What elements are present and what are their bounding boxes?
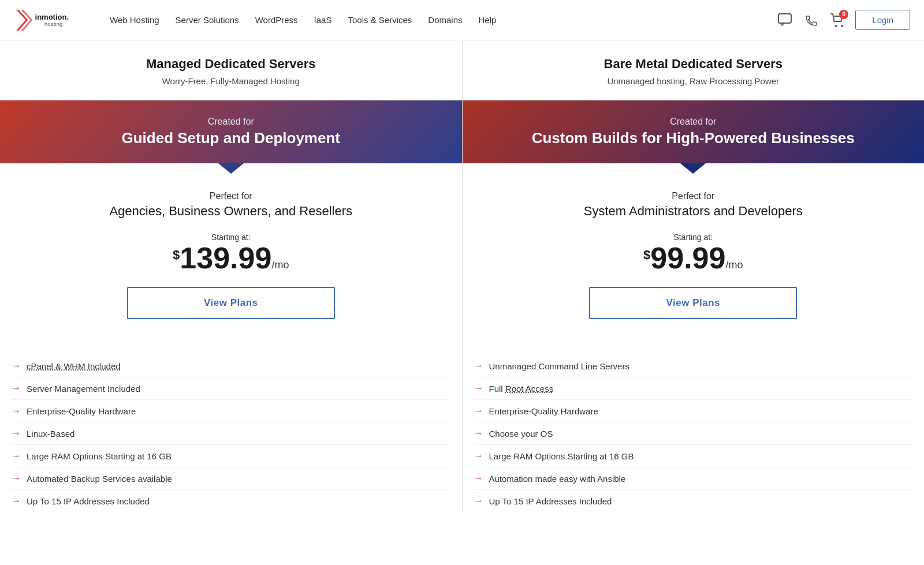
login-button[interactable]: Login [855, 10, 910, 30]
managed-server-title: Managed Dedicated Servers [23, 57, 439, 72]
bare-metal-perfect-for: Perfect for [486, 191, 901, 201]
managed-features-list: → cPanel & WHM Included → Server Managem… [0, 355, 462, 512]
arrow-right-icon: → [474, 473, 483, 484]
cart-badge: 0 [839, 10, 848, 19]
list-item: → Full Root Access [474, 377, 913, 400]
list-item: → Unmanaged Command Line Servers [474, 355, 913, 377]
list-item: → Up To 15 IP Addresses Included [474, 490, 913, 512]
bare-metal-price-mo: /mo [725, 259, 743, 271]
list-item: → Automated Backup Services available [12, 467, 450, 490]
feature-text: Automation made easy with Ansible [489, 474, 626, 484]
managed-arrow-shape [218, 163, 244, 174]
nav-domains[interactable]: Domains [428, 15, 462, 25]
feature-text: Enterprise-Quality Hardware [27, 406, 136, 416]
svg-point-7 [841, 25, 843, 27]
bare-metal-features-list: → Unmanaged Command Line Servers → Full … [463, 355, 925, 512]
bare-metal-view-plans-button[interactable]: View Plans [589, 287, 797, 319]
feature-text: Linux-Based [27, 429, 74, 439]
list-item: → Choose your OS [474, 422, 913, 445]
nav-tools-services[interactable]: Tools & Services [348, 15, 412, 25]
arrow-right-icon: → [474, 428, 483, 439]
feature-text: Up To 15 IP Addresses Included [27, 496, 150, 506]
list-item: → Up To 15 IP Addresses Included [12, 490, 450, 512]
arrow-right-icon: → [12, 383, 21, 394]
navigation: inmotion. hosting Web Hosting Server Sol… [0, 0, 924, 40]
list-item: → cPanel & WHM Included [12, 355, 450, 377]
managed-pricing: Perfect for Agencies, Business Owners, a… [0, 174, 462, 355]
arrow-right-icon: → [474, 451, 483, 461]
list-item: → Enterprise-Quality Hardware [12, 400, 450, 422]
bare-metal-banner-subtitle: Created for [486, 117, 901, 127]
list-item: → Large RAM Options Starting at 16 GB [12, 445, 450, 467]
feature-text: Unmanaged Command Line Servers [489, 361, 629, 371]
arrow-right-icon: → [12, 406, 21, 416]
managed-server-header: Managed Dedicated Servers Worry-Free, Fu… [0, 40, 462, 100]
bare-metal-arrow [463, 163, 925, 174]
svg-rect-4 [778, 14, 791, 23]
svg-marker-0 [16, 9, 28, 31]
arrow-right-icon: → [12, 451, 21, 461]
bare-metal-price-dollar: $ [643, 248, 650, 263]
logo[interactable]: inmotion. hosting [14, 6, 89, 35]
list-item: → Large RAM Options Starting at 16 GB [474, 445, 913, 467]
managed-price-row: $ 139.99 /mo [23, 243, 439, 273]
arrow-right-icon: → [474, 406, 483, 416]
main-content: Managed Dedicated Servers Worry-Free, Fu… [0, 40, 924, 512]
list-item: → Automation made easy with Ansible [474, 467, 913, 490]
nav-iaas[interactable]: IaaS [314, 15, 332, 25]
list-item: → Enterprise-Quality Hardware [474, 400, 913, 422]
cart-icon[interactable]: 0 [830, 12, 846, 28]
svg-point-6 [835, 25, 837, 27]
managed-banner-subtitle: Created for [23, 117, 439, 127]
nav-web-hosting[interactable]: Web Hosting [110, 15, 159, 25]
nav-wordpress[interactable]: WordPress [255, 15, 298, 25]
managed-perfect-for: Perfect for [23, 191, 439, 201]
list-item: → Linux-Based [12, 422, 450, 445]
feature-text: Large RAM Options Starting at 16 GB [489, 451, 634, 461]
bare-metal-starting-at: Starting at: [486, 233, 901, 242]
arrow-right-icon: → [12, 428, 21, 439]
managed-server-subtitle: Worry-Free, Fully-Managed Hosting [23, 76, 439, 86]
bare-metal-price-row: $ 99.99 /mo [486, 243, 901, 273]
managed-banner: Created for Guided Setup and Deployment [0, 100, 462, 163]
phone-icon[interactable] [803, 12, 819, 28]
arrow-right-icon: → [474, 383, 483, 394]
feature-text: Server Management Included [27, 384, 140, 394]
nav-links: Web Hosting Server Solutions WordPress I… [110, 15, 777, 25]
nav-help[interactable]: Help [479, 15, 497, 25]
bare-metal-banner: Created for Custom Builds for High-Power… [463, 100, 925, 163]
bare-metal-col: Bare Metal Dedicated Servers Unmanaged h… [463, 40, 925, 512]
arrow-right-icon: → [12, 496, 21, 506]
managed-banner-title: Guided Setup and Deployment [23, 129, 439, 147]
bare-metal-server-subtitle: Unmanaged hosting, Raw Processing Power [486, 76, 901, 86]
feature-text: Choose your OS [489, 429, 553, 439]
managed-price-main: 139.99 [180, 243, 271, 273]
feature-text: cPanel & WHM Included [27, 361, 121, 371]
managed-audience: Agencies, Business Owners, and Resellers [23, 204, 439, 219]
chat-icon[interactable] [777, 12, 793, 28]
svg-text:hosting: hosting [44, 21, 62, 27]
feature-text: Automated Backup Services available [27, 474, 172, 484]
bare-metal-arrow-shape [680, 163, 706, 174]
bare-metal-server-title: Bare Metal Dedicated Servers [486, 57, 901, 72]
arrow-right-icon: → [474, 361, 483, 371]
feature-text: Full Root Access [489, 384, 554, 394]
nav-server-solutions[interactable]: Server Solutions [176, 15, 239, 25]
bare-metal-price-main: 99.99 [650, 243, 725, 273]
managed-arrow [0, 163, 462, 174]
arrow-right-icon: → [474, 496, 483, 506]
bare-metal-audience: System Administrators and Developers [486, 204, 901, 219]
bare-metal-pricing: Perfect for System Administrators and De… [463, 174, 925, 355]
managed-price-mo: /mo [271, 259, 289, 271]
arrow-right-icon: → [12, 361, 21, 371]
svg-text:inmotion.: inmotion. [35, 12, 69, 21]
list-item: → Server Management Included [12, 377, 450, 400]
arrow-right-icon: → [12, 473, 21, 484]
feature-text: Enterprise-Quality Hardware [489, 406, 598, 416]
managed-dedicated-col: Managed Dedicated Servers Worry-Free, Fu… [0, 40, 463, 512]
bare-metal-banner-title: Custom Builds for High-Powered Businesse… [486, 129, 901, 147]
managed-view-plans-button[interactable]: View Plans [127, 287, 335, 319]
bare-metal-server-header: Bare Metal Dedicated Servers Unmanaged h… [463, 40, 925, 100]
managed-price-dollar: $ [173, 248, 180, 263]
feature-text: Up To 15 IP Addresses Included [489, 496, 612, 506]
